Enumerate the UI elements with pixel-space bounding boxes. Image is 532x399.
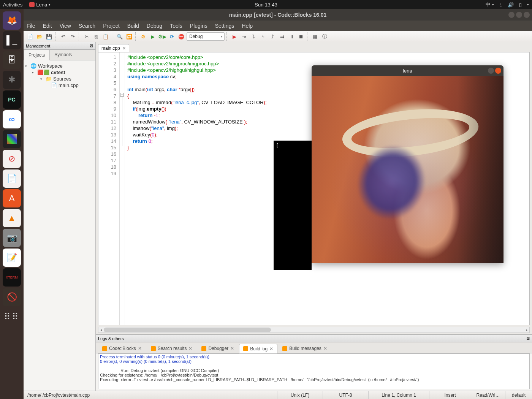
files-icon[interactable]: 🗄: [3, 51, 21, 69]
tree-file[interactable]: 📄main.cpp: [25, 82, 94, 89]
step-into-button[interactable]: ⤷: [259, 32, 267, 41]
system-menu-icon[interactable]: ▾: [527, 3, 529, 6]
minimize-button[interactable]: [508, 12, 515, 18]
build-button[interactable]: ⚙: [139, 32, 147, 41]
copy-button[interactable]: ⎘: [92, 32, 100, 41]
codeblocks-icon[interactable]: [3, 130, 21, 148]
close-icon[interactable]: ✕: [230, 346, 234, 351]
logtab-build-messages[interactable]: Build messages✕: [278, 344, 331, 353]
console-window[interactable]: [274, 141, 312, 270]
lena-titlebar[interactable]: lena: [312, 65, 504, 76]
activities-button[interactable]: Activities: [3, 2, 22, 8]
camera-icon[interactable]: 📷: [3, 229, 21, 247]
code-body[interactable]: #include <opencv2/core/core.hpp> #includ…: [125, 52, 269, 325]
battery-icon[interactable]: ▯: [519, 2, 522, 8]
logtab-code-blocks[interactable]: Code::Blocks✕: [98, 344, 146, 353]
cut-button[interactable]: ✂: [82, 32, 91, 41]
network-icon[interactable]: ⏚: [499, 2, 502, 8]
scroll-right-icon[interactable]: ▸: [524, 327, 529, 332]
logs-title[interactable]: Logs & others ⊠: [96, 335, 532, 342]
close-button[interactable]: [524, 12, 530, 18]
blocked-icon[interactable]: 🚫: [3, 288, 21, 306]
close-icon[interactable]: ✕: [323, 346, 327, 351]
scrollbar-thumb[interactable]: [104, 328, 271, 332]
menu-plugins[interactable]: Plugins: [190, 23, 207, 29]
menu-settings[interactable]: Settings: [215, 23, 234, 29]
menu-search[interactable]: Search: [79, 23, 95, 29]
tab-symbols[interactable]: Symbols: [50, 50, 76, 60]
ime-indicator[interactable]: 中▾: [486, 1, 494, 8]
run-button[interactable]: ▶: [149, 32, 157, 41]
volume-icon[interactable]: 🔊: [508, 2, 514, 8]
baidu-icon[interactable]: ∞: [3, 110, 21, 128]
writer-icon[interactable]: 📄: [3, 169, 21, 188]
menu-edit[interactable]: Edit: [43, 23, 52, 29]
close-icon[interactable]: ✕: [269, 346, 273, 352]
close-icon[interactable]: ✕: [188, 346, 192, 351]
menu-debug[interactable]: Debug: [147, 23, 162, 29]
lena-window[interactable]: lena: [312, 65, 504, 263]
pycharm-icon[interactable]: PC: [3, 90, 21, 109]
logtab-debugger[interactable]: Debugger✕: [197, 344, 238, 353]
find-button[interactable]: 🔍: [116, 32, 124, 41]
firefox-icon[interactable]: 🦊: [3, 11, 21, 30]
close-icon[interactable]: ⊠: [90, 43, 93, 48]
scroll-left-icon[interactable]: ◂: [98, 327, 104, 332]
tab-icon: [282, 346, 287, 351]
close-icon[interactable]: ✕: [122, 46, 126, 51]
log-output[interactable]: Process terminated with status 0 (0 minu…: [98, 353, 530, 389]
tree-project[interactable]: ▾🟥🟩cvtest: [25, 69, 94, 76]
logtab-search-results[interactable]: Search results✕: [147, 344, 197, 353]
menu-file[interactable]: File: [27, 23, 35, 29]
new-file-button[interactable]: 📄: [26, 32, 34, 41]
next-instr-button[interactable]: ⇉: [278, 32, 286, 41]
close-button[interactable]: [495, 68, 501, 74]
close-icon[interactable]: ⊠: [526, 336, 530, 341]
debug-start-button[interactable]: ▶: [230, 32, 239, 41]
menu-tools[interactable]: Tools: [170, 23, 182, 29]
clock[interactable]: Sun 13:43: [255, 2, 277, 8]
step-over-button[interactable]: ⤵: [249, 32, 258, 41]
open-button[interactable]: 📂: [35, 32, 44, 41]
break-button[interactable]: ⏸: [287, 32, 296, 41]
tree-folder[interactable]: ▾📁Sources: [25, 76, 94, 82]
undo-button[interactable]: ↶: [59, 32, 67, 41]
management-title[interactable]: Management ⊠: [24, 42, 95, 50]
run-to-cursor-button[interactable]: ⇥: [240, 32, 248, 41]
debug-windows-button[interactable]: ▦: [311, 32, 319, 41]
graphviz-icon[interactable]: ✱: [3, 71, 21, 89]
replace-button[interactable]: 🔁: [125, 32, 133, 41]
menu-help[interactable]: Help: [242, 23, 253, 29]
tree-workspace[interactable]: ▾🌐Workspace: [25, 63, 94, 69]
minimize-button[interactable]: [488, 68, 494, 74]
build-run-button[interactable]: ⚙▶: [158, 32, 166, 41]
reader-icon[interactable]: ⊘: [3, 150, 21, 168]
tab-projects[interactable]: Projects: [24, 50, 50, 60]
logtab-build-log[interactable]: Build log✕: [239, 344, 277, 353]
save-button[interactable]: 💾: [45, 32, 53, 41]
paste-button[interactable]: 📋: [101, 32, 110, 41]
maximize-button[interactable]: [516, 12, 522, 18]
editor-tab[interactable]: main.cpp ✕: [98, 44, 129, 52]
xterm-icon[interactable]: XTERM: [3, 268, 21, 287]
step-out-button[interactable]: ⤴: [268, 32, 277, 41]
vlc-icon[interactable]: ▲: [3, 209, 21, 227]
info-button[interactable]: ⓘ: [320, 32, 329, 41]
abort-button[interactable]: ⛔: [177, 32, 185, 41]
close-icon[interactable]: ✕: [138, 346, 142, 351]
window-titlebar[interactable]: main.cpp [cvtest] - Code::Blocks 16.01: [24, 9, 532, 21]
fold-marker[interactable]: −: [120, 93, 124, 97]
texteditor-icon[interactable]: 📝: [3, 249, 21, 267]
build-target-select[interactable]: Debug: [187, 32, 225, 41]
horizontal-scrollbar[interactable]: ◂ ▸: [98, 327, 530, 333]
stop-button[interactable]: ⏹: [297, 32, 305, 41]
show-apps-icon[interactable]: ⠿⠿: [3, 308, 21, 326]
redo-button[interactable]: ↷: [68, 32, 77, 41]
app-menu[interactable]: Lena ▾: [29, 2, 51, 8]
menu-build[interactable]: Build: [127, 23, 139, 29]
rebuild-button[interactable]: ⟳: [168, 32, 176, 41]
terminal-icon[interactable]: ▌_: [3, 31, 21, 49]
software-icon[interactable]: A: [3, 189, 21, 207]
menu-view[interactable]: View: [60, 23, 71, 29]
menu-project[interactable]: Project: [103, 23, 120, 29]
